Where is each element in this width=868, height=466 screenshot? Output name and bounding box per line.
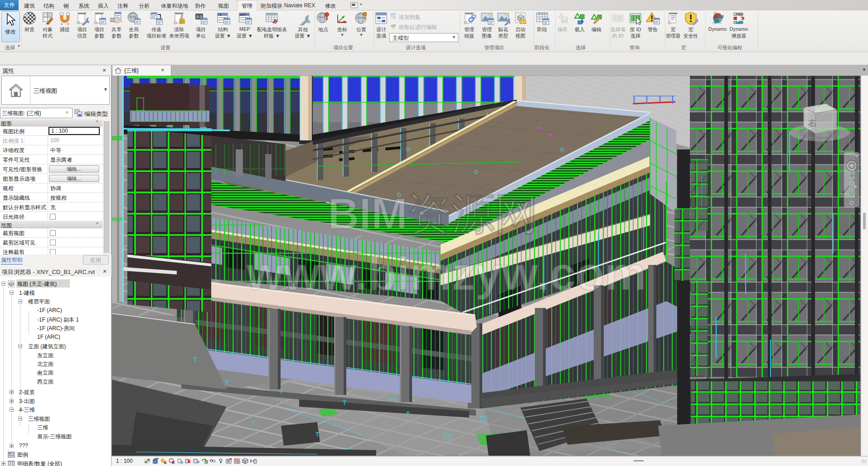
svg-text:MEP: MEP	[239, 13, 247, 16]
svg-text:BIM资源网: BIM资源网	[328, 189, 538, 238]
svg-text:右: 右	[808, 118, 817, 128]
svg-text:www.bimzyw.com: www.bimzyw.com	[246, 247, 646, 300]
svg-text:x: x	[855, 154, 857, 159]
